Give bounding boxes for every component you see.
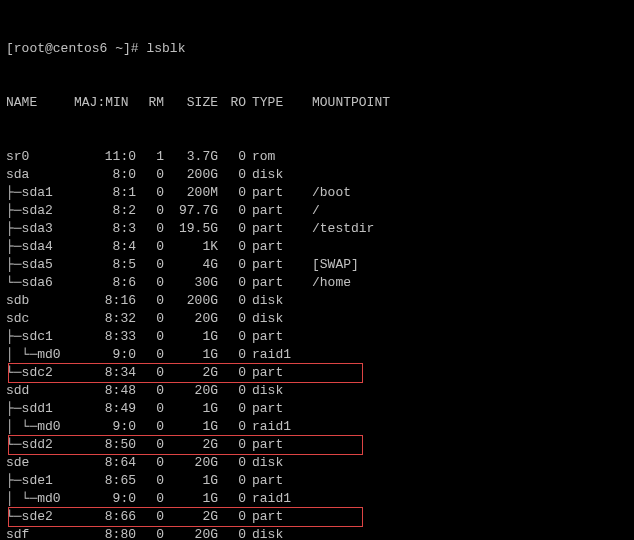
cell-type: part	[246, 472, 302, 490]
cell-rm: 0	[136, 256, 164, 274]
cell-ro: 0	[218, 202, 246, 220]
cell-size: 1G	[164, 346, 218, 364]
cell-ro: 0	[218, 382, 246, 400]
cell-name: ├─sda5	[6, 256, 74, 274]
cell-type: disk	[246, 166, 302, 184]
cell-majmin: 8:64	[74, 454, 136, 472]
cell-majmin: 8:5	[74, 256, 136, 274]
cell-ro: 0	[218, 256, 246, 274]
lsblk-row: ├─sdc18:3301G0part	[6, 328, 628, 346]
cell-size: 2G	[164, 436, 218, 454]
cell-size: 200G	[164, 166, 218, 184]
cell-name: ├─sda4	[6, 238, 74, 256]
lsblk-row: ├─sda38:3019.5G0part/testdir	[6, 220, 628, 238]
cell-ro: 0	[218, 148, 246, 166]
cell-type: disk	[246, 526, 302, 540]
cell-size: 1G	[164, 472, 218, 490]
command-text: lsblk	[146, 41, 185, 56]
cell-rm: 0	[136, 508, 164, 526]
cell-size: 20G	[164, 382, 218, 400]
lsblk-header: NAMEMAJ:MINRMSIZEROTYPEMOUNTPOINT	[6, 94, 628, 112]
lsblk-row: sda8:00200G0disk	[6, 166, 628, 184]
cell-ro: 0	[218, 508, 246, 526]
cell-name: sde	[6, 454, 74, 472]
lsblk-row: sr011:013.7G0rom	[6, 148, 628, 166]
cell-name: ├─sdc1	[6, 328, 74, 346]
cell-rm: 0	[136, 220, 164, 238]
cell-size: 97.7G	[164, 202, 218, 220]
cell-type: part	[246, 184, 302, 202]
cell-type: part	[246, 364, 302, 382]
terminal-output[interactable]: [root@centos6 ~]# lsblk NAMEMAJ:MINRMSIZ…	[0, 0, 634, 540]
cell-rm: 0	[136, 472, 164, 490]
lsblk-row: └─sdc28:3402G0part	[6, 364, 628, 382]
cell-ro: 0	[218, 400, 246, 418]
cell-size: 3.7G	[164, 148, 218, 166]
cell-size: 19.5G	[164, 220, 218, 238]
cell-ro: 0	[218, 184, 246, 202]
cell-rm: 0	[136, 454, 164, 472]
cell-ro: 0	[218, 472, 246, 490]
cell-majmin: 8:2	[74, 202, 136, 220]
lsblk-row: sdb8:160200G0disk	[6, 292, 628, 310]
cell-mountpoint: [SWAP]	[302, 256, 359, 274]
header-mountpoint: MOUNTPOINT	[302, 94, 390, 112]
cell-size: 1K	[164, 238, 218, 256]
cell-size: 200G	[164, 292, 218, 310]
cell-mountpoint: /	[302, 202, 320, 220]
cell-rm: 0	[136, 526, 164, 540]
cell-majmin: 8:6	[74, 274, 136, 292]
cell-rm: 0	[136, 490, 164, 508]
cell-name: sdf	[6, 526, 74, 540]
cell-type: raid1	[246, 346, 302, 364]
cell-type: part	[246, 274, 302, 292]
cell-ro: 0	[218, 526, 246, 540]
cell-rm: 0	[136, 166, 164, 184]
cell-type: disk	[246, 382, 302, 400]
cell-rm: 0	[136, 436, 164, 454]
cell-size: 20G	[164, 454, 218, 472]
cell-ro: 0	[218, 454, 246, 472]
cell-name: sda	[6, 166, 74, 184]
cell-rm: 0	[136, 418, 164, 436]
cell-rm: 0	[136, 292, 164, 310]
cell-size: 4G	[164, 256, 218, 274]
cell-majmin: 8:34	[74, 364, 136, 382]
cell-majmin: 11:0	[74, 148, 136, 166]
cell-size: 20G	[164, 526, 218, 540]
cell-type: rom	[246, 148, 302, 166]
cell-size: 2G	[164, 364, 218, 382]
cell-name: ├─sda2	[6, 202, 74, 220]
lsblk-row: │ └─md09:001G0raid1	[6, 346, 628, 364]
lsblk-row: ├─sda18:10200M0part/boot	[6, 184, 628, 202]
cell-majmin: 9:0	[74, 418, 136, 436]
cell-name: └─sdc2	[6, 364, 74, 382]
cell-type: part	[246, 220, 302, 238]
cell-ro: 0	[218, 436, 246, 454]
cell-size: 30G	[164, 274, 218, 292]
cell-majmin: 8:3	[74, 220, 136, 238]
cell-ro: 0	[218, 328, 246, 346]
cell-majmin: 8:33	[74, 328, 136, 346]
cell-name: │ └─md0	[6, 346, 74, 364]
cell-majmin: 8:66	[74, 508, 136, 526]
cell-size: 1G	[164, 490, 218, 508]
shell-prompt: [root@centos6 ~]#	[6, 41, 146, 56]
cell-majmin: 8:50	[74, 436, 136, 454]
cell-type: part	[246, 436, 302, 454]
cell-type: disk	[246, 292, 302, 310]
cell-majmin: 9:0	[74, 490, 136, 508]
lsblk-row: sde8:64020G0disk	[6, 454, 628, 472]
lsblk-row: ├─sda58:504G0part[SWAP]	[6, 256, 628, 274]
cell-rm: 0	[136, 184, 164, 202]
cell-type: disk	[246, 310, 302, 328]
cell-ro: 0	[218, 238, 246, 256]
header-majmin: MAJ:MIN	[74, 94, 136, 112]
cell-mountpoint: /home	[302, 274, 351, 292]
prompt-line: [root@centos6 ~]# lsblk	[6, 40, 628, 58]
cell-type: part	[246, 256, 302, 274]
cell-name: sdd	[6, 382, 74, 400]
cell-size: 20G	[164, 310, 218, 328]
header-name: NAME	[6, 94, 74, 112]
cell-name: │ └─md0	[6, 490, 74, 508]
